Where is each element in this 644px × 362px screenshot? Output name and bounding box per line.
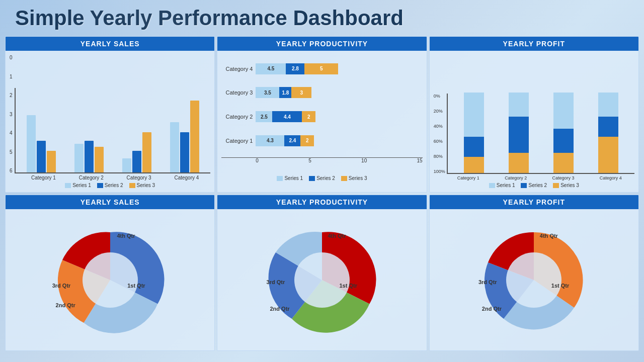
bar-s3-cat4 (190, 101, 199, 172)
legend-s2: Series 2 (97, 183, 123, 188)
stacked-s2-cat3 (553, 129, 574, 153)
hbar-segs-cat3: 3.5 1.8 3 (256, 87, 311, 98)
hbar-s3-cat1: 2 (300, 135, 314, 146)
bar-s1-cat1 (27, 115, 36, 172)
bar-s2-cat2 (85, 141, 94, 172)
bar-group-cat1 (27, 115, 56, 172)
hbar-segs-cat1: 4.3 2.4 2 (256, 135, 314, 146)
hbar-s2-cat1: 2.4 (284, 135, 300, 146)
hbar-row-cat2: Category 2 2.5 4.4 2 (221, 111, 422, 122)
donut-productivity: 1st Qtr 2nd Qtr 3rd Qtr 4th Qtr (264, 222, 380, 338)
chart-legend-sales: Series 1 Series 2 Series 3 (10, 180, 210, 188)
donut-area-productivity: 1st Qtr 2nd Qtr 3rd Qtr 4th Qtr (221, 213, 422, 346)
donut-svg-sales (52, 222, 168, 338)
donut-hole-prod (294, 252, 350, 308)
panel-header-productivity-donut: YEARLY PRODUCTIVITY (217, 195, 426, 209)
hbar-s2-cat3: 1.8 (279, 87, 291, 98)
donut-hole-sales (83, 252, 138, 308)
legend-prod-s1: Series 1 (277, 175, 303, 181)
legend-dot-s3 (129, 183, 135, 188)
panel-yearly-sales-bar: YEARLY SALES 6 5 4 3 2 1 0 (5, 36, 215, 193)
stacked-s3-cat1 (464, 157, 484, 173)
bar-group-cat4 (170, 101, 199, 172)
donut-label-3rdqtr-prod: 3rd Qtr (267, 279, 285, 285)
x-axis-labels: Category 1 Category 2 Category 3 Categor… (10, 173, 210, 180)
legend-prod-s2: Series 2 (309, 175, 335, 181)
y-axis-labels: 6 5 4 3 2 1 0 (10, 55, 15, 173)
bar-s1-cat2 (74, 144, 84, 172)
donut-area-sales: 1st Qtr 2nd Qtr 3rd Qtr 4th Qtr (10, 213, 210, 346)
legend-profit-s3: Series 3 (553, 183, 579, 188)
panel-body-productivity: Category 4 4.5 2.8 5 Category 3 3.5 1.8 … (217, 51, 426, 192)
bar-group-cat2 (74, 141, 104, 172)
legend-profit-s1: Series 1 (489, 183, 515, 188)
legend-dot-prod-s1 (277, 176, 283, 181)
stacked-s3-cat2 (509, 153, 529, 173)
panel-body-yearly-sales: 6 5 4 3 2 1 0 (6, 51, 214, 192)
stacked-s2-cat4 (598, 117, 618, 137)
stacked-s1-cat1 (464, 93, 484, 137)
panel-header-profit: YEARLY PROFIT (430, 37, 638, 51)
stacked-s3-cat3 (553, 153, 574, 173)
panel-body-profit: 100% 80% 60% 40% 20% 0% (430, 51, 638, 192)
panel-profit-donut: YEARLY PROFIT 1st Qtr (429, 195, 639, 351)
stacked-s1-cat2 (509, 93, 529, 117)
donut-area-profit: 1st Qtr 2nd Qtr 3rd Qtr 4th Qtr (434, 213, 634, 346)
legend-profit-s2: Series 2 (521, 183, 547, 188)
panel-sales-donut: YEARLY SALES 1st (5, 195, 215, 351)
bar-group-cat3 (122, 132, 151, 172)
donut-label-2ndqtr-sales: 2nd Qtr (56, 302, 75, 308)
page-title: Simple Yearly Performance Dashboard (0, 0, 644, 34)
chart-legend-profit: Series 1 Series 2 Series 3 (434, 180, 634, 188)
bar-s3-cat1 (47, 151, 56, 172)
hbar-row-cat1: Category 1 4.3 2.4 2 (221, 135, 422, 146)
legend-dot-s2 (97, 183, 103, 188)
stacked-bars-container (447, 94, 634, 174)
bar-groups-container (15, 88, 211, 173)
legend-dot-prod-s3 (341, 176, 347, 181)
donut-label-4thqtr-prod: 4th Qtr (328, 233, 346, 239)
panel-body-sales-donut: 1st Qtr 2nd Qtr 3rd Qtr 4th Qtr (6, 209, 214, 350)
donut-hole-profit (506, 252, 561, 308)
hbar-s3-cat2: 2 (302, 111, 315, 122)
panel-productivity-donut: YEARLY PRODUCTIVITY 1st Qtr (217, 195, 427, 351)
donut-profit: 1st Qtr 2nd Qtr 3rd Qtr 4th Qtr (476, 222, 592, 338)
legend-dot-profit-s3 (553, 183, 559, 188)
stacked-s1-cat3 (553, 93, 574, 129)
panel-body-productivity-donut: 1st Qtr 2nd Qtr 3rd Qtr 4th Qtr (217, 209, 426, 350)
bar-s1-cat3 (122, 158, 131, 172)
panel-yearly-profit-stacked: YEARLY PROFIT 100% 80% 60% 40% 20% 0% (429, 36, 639, 193)
stacked-s2-cat2 (509, 117, 529, 153)
stacked-s1-cat4 (598, 93, 618, 117)
hbar-row-cat4: Category 4 4.5 2.8 5 (221, 63, 422, 74)
chart-legend-productivity: Series 1 Series 2 Series 3 (221, 173, 422, 181)
bar-s2-cat1 (37, 141, 46, 172)
stacked-y-labels: 100% 80% 60% 40% 20% 0% (434, 94, 447, 174)
hbar-segs-cat2: 2.5 4.4 2 (256, 111, 315, 122)
donut-label-1stqtr-prod: 1st Qtr (339, 283, 357, 289)
stacked-bar-cat3 (553, 93, 574, 173)
panel-header-productivity: YEARLY PRODUCTIVITY (217, 37, 426, 51)
legend-dot-profit-s1 (489, 183, 495, 188)
dashboard-grid: YEARLY SALES 6 5 4 3 2 1 0 (0, 34, 644, 356)
stacked-bar-cat1 (464, 93, 484, 173)
bar-chart-area: 6 5 4 3 2 1 0 (10, 55, 210, 188)
donut-label-2ndqtr-profit: 2nd Qtr (482, 306, 502, 312)
hbar-s1-cat4: 4.5 (256, 63, 286, 74)
stacked-bar-cat4 (598, 93, 618, 173)
hbar-s3-cat4: 5 (304, 63, 338, 74)
panel-header-profit-donut: YEARLY PROFIT (430, 195, 638, 209)
legend-dot-prod-s2 (309, 176, 315, 181)
stacked-chart-area: 100% 80% 60% 40% 20% 0% (434, 55, 634, 188)
panel-header-sales-donut: YEARLY SALES (6, 195, 214, 209)
hbar-row-cat3: Category 3 3.5 1.8 3 (221, 87, 422, 98)
hbar-s1-cat2: 2.5 (256, 111, 272, 122)
hbar-s2-cat2: 4.4 (272, 111, 302, 122)
stacked-s2-cat1 (464, 137, 484, 157)
legend-dot-profit-s2 (521, 183, 527, 188)
bar-s2-cat3 (132, 151, 141, 172)
donut-label-1stqtr-profit: 1st Qtr (551, 283, 569, 289)
donut-label-3rdqtr-profit: 3rd Qtr (478, 279, 497, 285)
donut-label-1stqtr-sales: 1st Qtr (127, 283, 145, 289)
legend-dot-s1 (65, 183, 71, 188)
